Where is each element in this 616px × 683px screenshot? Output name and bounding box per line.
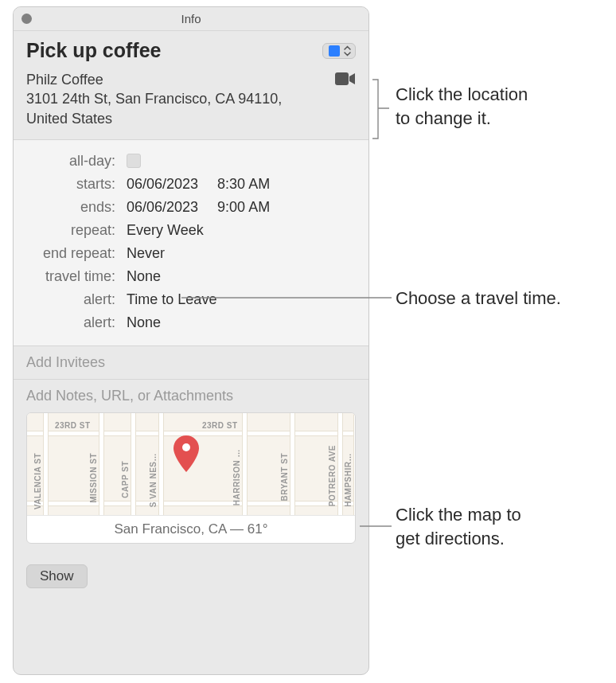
callout-leader — [360, 525, 392, 527]
map-weather-bar: San Francisco, CA — 61° — [27, 515, 355, 543]
street-label: MISSION ST — [89, 453, 98, 503]
row-traveltime: travel time: None — [26, 265, 356, 288]
map-body[interactable]: 23RD ST 23RD ST VALENCIA ST MISSION ST C… — [27, 413, 355, 515]
window-title: Info — [14, 12, 368, 25]
calendar-color-swatch — [329, 45, 340, 57]
callout-leader — [181, 297, 392, 299]
event-location[interactable]: Philz Coffee3101 24th St, San Francisco,… — [26, 70, 327, 128]
event-title[interactable]: Pick up coffee — [26, 39, 162, 62]
map-preview[interactable]: 23RD ST 23RD ST VALENCIA ST MISSION ST C… — [26, 412, 356, 544]
endrepeat-value[interactable]: Never — [127, 245, 165, 262]
row-alert1: alert: Time to Leave — [26, 288, 356, 311]
alert1-value[interactable]: Time to Leave — [127, 291, 216, 308]
street-label: BRYANT ST — [280, 453, 289, 501]
row-repeat: repeat: Every Week — [26, 219, 356, 242]
street-label: VALENCIA ST — [33, 453, 42, 509]
titlebar: Info — [14, 7, 368, 31]
row-allday: all-day: — [26, 150, 356, 173]
video-call-icon[interactable] — [335, 72, 356, 86]
map-pin-icon — [173, 435, 199, 472]
add-invitees-field[interactable]: Add Invitees — [14, 346, 368, 380]
event-details: all-day: starts: 06/06/2023 8:30 AM ends… — [14, 140, 368, 346]
add-notes-field[interactable]: Add Notes, URL, or Attachments — [26, 388, 356, 404]
street-label: HARRISON … — [232, 449, 241, 505]
traveltime-value[interactable]: None — [127, 268, 161, 285]
street-label: 23RD ST — [202, 421, 238, 430]
callout-location: Click the locationto change it. — [396, 83, 528, 130]
chevron-updown-icon — [344, 45, 351, 57]
event-header: Pick up coffee Philz Coffee3101 24th St,… — [14, 31, 368, 140]
calendar-picker[interactable] — [322, 43, 356, 59]
ends-time[interactable]: 9:00 AM — [217, 199, 270, 216]
allday-checkbox[interactable] — [127, 154, 141, 168]
row-starts: starts: 06/06/2023 8:30 AM — [26, 173, 356, 196]
row-ends: ends: 06/06/2023 9:00 AM — [26, 196, 356, 219]
notes-section: Add Notes, URL, or Attachments 23RD ST 2… — [14, 380, 368, 555]
row-alert2: alert: None — [26, 311, 356, 334]
starts-time[interactable]: 8:30 AM — [217, 176, 270, 193]
row-endrepeat: end repeat: Never — [26, 242, 356, 265]
footer: Show — [14, 555, 368, 598]
starts-date[interactable]: 06/06/2023 — [127, 176, 198, 193]
street-label: S VAN NES… — [149, 453, 158, 507]
alert2-value[interactable]: None — [127, 314, 161, 331]
callout-bracket — [372, 79, 391, 139]
svg-rect-0 — [335, 72, 349, 85]
street-label: HAMPSHIR… — [344, 453, 353, 507]
callout-map: Click the map toget directions. — [396, 503, 521, 550]
callout-travel: Choose a travel time. — [396, 287, 561, 310]
ends-date[interactable]: 06/06/2023 — [127, 199, 198, 216]
show-button[interactable]: Show — [26, 564, 88, 588]
repeat-value[interactable]: Every Week — [127, 222, 204, 239]
svg-point-1 — [182, 443, 190, 451]
street-label: 23RD ST — [55, 421, 91, 430]
street-label: POTRERO AVE — [328, 445, 337, 506]
street-label: CAPP ST — [121, 461, 130, 498]
event-info-window: Info Pick up coffee Philz Coffee3101 24t… — [13, 6, 369, 675]
